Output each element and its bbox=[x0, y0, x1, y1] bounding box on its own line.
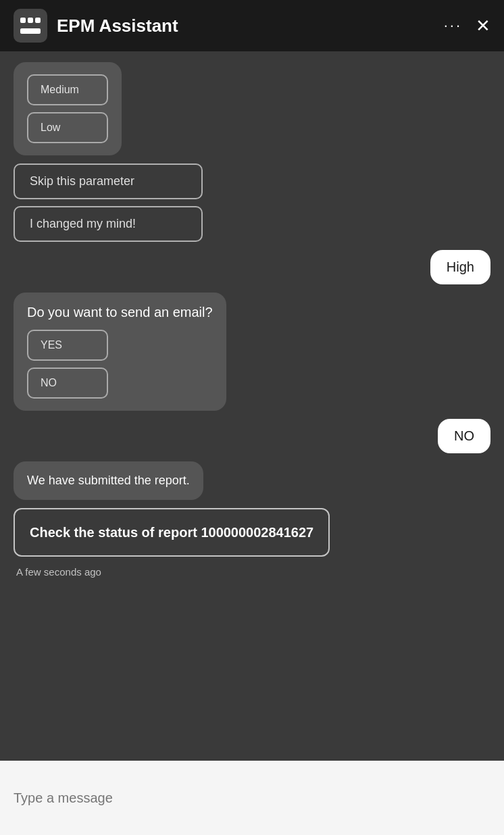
yes-option-button[interactable]: YES bbox=[27, 330, 108, 361]
svg-rect-0 bbox=[20, 18, 26, 23]
email-question-text: Do you want to send an email? bbox=[27, 305, 213, 320]
header: EPM Assistant ··· ✕ bbox=[0, 0, 504, 51]
more-button[interactable]: ··· bbox=[444, 17, 462, 34]
priority-bot-bubble: Medium Low bbox=[14, 62, 122, 155]
submitted-text: We have submitted the report. bbox=[27, 474, 190, 487]
app-title: EPM Assistant bbox=[57, 16, 444, 36]
svg-rect-3 bbox=[20, 28, 41, 34]
message-input[interactable] bbox=[14, 790, 490, 806]
priority-options: Medium Low bbox=[27, 74, 108, 143]
input-area bbox=[0, 761, 504, 835]
close-button[interactable]: ✕ bbox=[476, 16, 490, 36]
submitted-bubble: We have submitted the report. bbox=[14, 461, 203, 500]
email-options: YES NO bbox=[27, 330, 213, 399]
check-status-text: Check the status of report 1000000028416… bbox=[30, 523, 313, 542]
changed-mind-button[interactable]: I changed my mind! bbox=[14, 206, 203, 242]
timestamp: A few seconds ago bbox=[16, 566, 101, 578]
app-icon bbox=[14, 9, 47, 43]
user-bubble-high: High bbox=[430, 250, 490, 284]
skip-parameter-button[interactable]: Skip this parameter bbox=[14, 163, 203, 199]
svg-rect-2 bbox=[35, 18, 41, 23]
email-question-bubble: Do you want to send an email? YES NO bbox=[14, 293, 226, 411]
no-option-button[interactable]: NO bbox=[27, 368, 108, 399]
low-option-button[interactable]: Low bbox=[27, 112, 108, 143]
chat-area: Medium Low Skip this parameter I changed… bbox=[0, 51, 504, 761]
check-status-card[interactable]: Check the status of report 1000000028416… bbox=[14, 508, 330, 557]
standalone-action-buttons: Skip this parameter I changed my mind! bbox=[14, 163, 203, 242]
user-bubble-no: NO bbox=[438, 419, 490, 453]
medium-option-button[interactable]: Medium bbox=[27, 74, 108, 105]
svg-rect-1 bbox=[28, 18, 33, 23]
